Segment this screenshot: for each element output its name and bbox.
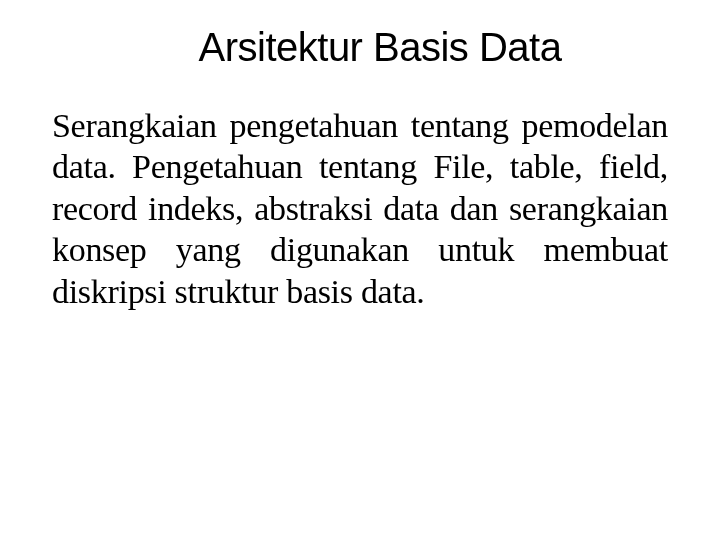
slide-body-text: Serangkaian pengetahuan tentang pemodela… [40, 105, 680, 312]
slide-title: Arsitektur Basis Data [100, 25, 660, 70]
